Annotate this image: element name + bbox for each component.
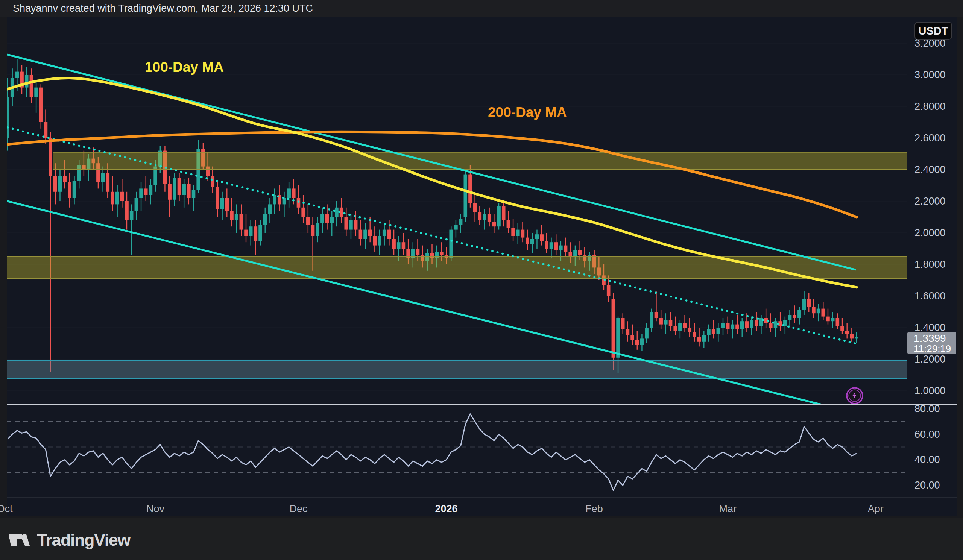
time-tick-Mar: Mar: [719, 503, 736, 515]
time-tick-Nov: Nov: [146, 503, 164, 515]
price-tick-1.8000: 1.8000: [914, 259, 946, 270]
tradingview-published-chart: Shayannv created with TradingView.com, M…: [0, 0, 963, 560]
time-tick-Apr: Apr: [868, 503, 884, 515]
price-tick-2.8000: 2.8000: [914, 101, 946, 112]
last-price-badge: 1.3399 11:29:19: [907, 332, 956, 354]
price-tick-2.4000: 2.4000: [914, 164, 946, 176]
ma100-annotation-label: 100-Day MA: [145, 60, 224, 75]
time-tick-Dec: Dec: [289, 503, 307, 515]
rsi-tick-40.00: 40.00: [914, 454, 940, 466]
ma200-annotation-label: 200-Day MA: [488, 105, 567, 120]
price-tick-3.0000: 3.0000: [914, 69, 946, 81]
tradingview-logo[interactable]: TradingView: [9, 530, 130, 550]
footer-bar: TradingView: [0, 518, 963, 560]
price-tick-2.6000: 2.6000: [914, 133, 946, 144]
tradingview-logo-text: TradingView: [37, 530, 130, 550]
lightning-boost-button[interactable]: [847, 388, 862, 403]
chart-left-margin: [0, 16, 7, 518]
quote-currency-badge[interactable]: USDT: [914, 22, 952, 40]
price-tick-2.0000: 2.0000: [914, 227, 946, 239]
rsi-tick-80.00: 80.00: [914, 403, 940, 415]
price-tick-1.0000: 1.0000: [914, 385, 946, 397]
tradingview-mark-icon: [9, 532, 31, 548]
price-tick-1.6000: 1.6000: [914, 290, 946, 302]
price-tick-2.2000: 2.2000: [914, 196, 946, 207]
time-tick-Oct: Oct: [0, 503, 12, 515]
attribution-text: Shayannv created with TradingView.com, M…: [13, 0, 313, 16]
rsi-tick-20.00: 20.00: [914, 479, 940, 491]
price-tick-1.2000: 1.2000: [914, 353, 946, 365]
time-tick-Feb: Feb: [585, 503, 603, 515]
time-tick-2026: 2026: [435, 503, 458, 515]
price-tick-1.4000: 1.4000: [914, 322, 946, 333]
bar-close-countdown: 11:29:19: [914, 344, 956, 353]
pane-separator: [0, 404, 957, 405]
chart-right-margin: [957, 16, 963, 518]
last-price-value: 1.3399: [914, 332, 956, 344]
price-chart-canvas[interactable]: [0, 0, 963, 560]
support-zone: [3, 361, 907, 378]
attribution-bar: Shayannv created with TradingView.com, M…: [0, 0, 963, 17]
resistance-zone-upper: [53, 152, 907, 170]
rsi-tick-60.00: 60.00: [914, 428, 940, 440]
